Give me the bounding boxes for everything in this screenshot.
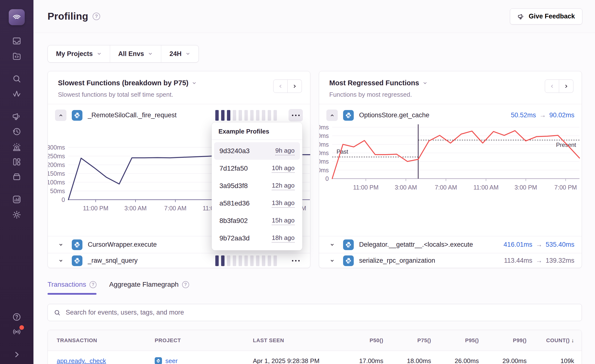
profile-item[interactable]: 3a95d3f8 12h ago: [214, 177, 300, 195]
settings-icon[interactable]: [11, 209, 22, 220]
expand-row-button[interactable]: [55, 239, 66, 250]
before-duration[interactable]: 416.01ms: [504, 241, 532, 248]
expand-row-button[interactable]: [55, 255, 66, 266]
profile-age[interactable]: 12h ago: [272, 182, 295, 190]
more-options-button[interactable]: [289, 254, 303, 267]
projects-filter[interactable]: My Projects: [48, 45, 110, 62]
chevron-down-icon: [185, 51, 190, 56]
help-icon[interactable]: [11, 312, 22, 322]
project-name[interactable]: seer: [165, 357, 178, 364]
stats-icon[interactable]: [11, 194, 22, 205]
col-transaction[interactable]: TRANSACTION: [57, 337, 155, 344]
search-input[interactable]: [65, 309, 576, 317]
function-name[interactable]: _raw_snql_query: [88, 257, 138, 264]
function-name[interactable]: serialize_rpc_organization: [359, 257, 435, 264]
give-feedback-button[interactable]: Give Feedback: [510, 8, 582, 24]
issues-icon[interactable]: [11, 36, 22, 46]
col-p99[interactable]: P99(): [479, 337, 527, 344]
profile-age[interactable]: 15h ago: [272, 217, 295, 225]
python-icon: [343, 255, 354, 266]
svg-text:7:00 AM: 7:00 AM: [164, 205, 186, 212]
profile-item[interactable]: a581ed36 13h ago: [214, 195, 300, 212]
col-p95[interactable]: P95(): [431, 337, 479, 344]
sentry-logo[interactable]: [9, 9, 25, 25]
search-bar: [48, 304, 582, 321]
filter-bar: My Projects All Envs 24H: [48, 45, 199, 63]
feedback-icon[interactable]: [11, 111, 22, 122]
insights-icon[interactable]: [11, 171, 22, 182]
tab-transactions[interactable]: Transactions ?: [48, 281, 96, 295]
project-cell[interactable]: seer: [155, 357, 253, 364]
col-p50[interactable]: P50(): [336, 337, 383, 344]
profile-id[interactable]: 8b3fa902: [219, 217, 248, 225]
date-range-filter[interactable]: 24H: [161, 45, 199, 62]
sidebar: [0, 0, 33, 364]
profile-sparkline[interactable]: [215, 110, 277, 121]
profile-id[interactable]: 3a95d3f8: [219, 182, 248, 190]
col-last-seen[interactable]: LAST SEEN: [253, 337, 336, 344]
p50-cell: 17.00ms: [336, 357, 383, 364]
page-help-icon[interactable]: ?: [93, 13, 100, 20]
transactions-table: TRANSACTION PROJECT LAST SEEN P50() P75(…: [48, 330, 582, 364]
transactions-help-icon[interactable]: ?: [89, 281, 96, 288]
traces-icon[interactable]: [11, 89, 22, 99]
before-duration[interactable]: 113.44ms: [504, 257, 532, 264]
dashboards-icon[interactable]: [11, 157, 22, 167]
prev-page-button[interactable]: [545, 79, 559, 93]
search-icon[interactable]: [11, 73, 22, 84]
after-duration[interactable]: 535.40ms: [546, 241, 574, 248]
next-page-button[interactable]: [559, 79, 573, 93]
prev-page-button[interactable]: [273, 79, 288, 93]
profile-id[interactable]: 9d3240a3: [219, 147, 250, 155]
more-options-button[interactable]: [289, 109, 303, 121]
function-name[interactable]: CursorWrapper.execute: [88, 241, 157, 248]
chevron-down-icon: [192, 81, 197, 86]
function-row: Delegator.__getattr__.<locals>.execute 4…: [319, 236, 582, 253]
most-regressed-title[interactable]: Most Regressed Functions: [329, 79, 572, 87]
profile-id[interactable]: a581ed36: [219, 199, 250, 207]
alerts-icon[interactable]: [11, 142, 22, 152]
function-name[interactable]: Delegator.__getattr__.<locals>.execute: [359, 241, 473, 248]
profile-age[interactable]: 9h ago: [275, 147, 295, 155]
explore-icon[interactable]: [11, 51, 22, 62]
svg-text:7:00 PM: 7:00 PM: [554, 184, 577, 191]
svg-text:11:00 PM: 11:00 PM: [353, 184, 378, 191]
profile-age[interactable]: 13h ago: [272, 199, 295, 208]
transaction-link: app.ready._check: [57, 357, 155, 364]
after-duration[interactable]: 139.32ms: [546, 257, 574, 264]
last-seen-cell: Apr 1, 2025 9:28:38 PM: [253, 357, 336, 364]
tab-bar: Transactions ? Aggregate Flamegraph ?: [48, 281, 582, 295]
next-page-button[interactable]: [288, 79, 302, 93]
collapse-row-button[interactable]: [55, 110, 66, 121]
svg-text:3:00 PM: 3:00 PM: [515, 184, 537, 191]
col-count[interactable]: COUNT() ↓: [527, 337, 574, 344]
expand-row-button[interactable]: [326, 255, 338, 266]
pagination: [545, 79, 573, 93]
profile-item[interactable]: 8b3fa902 15h ago: [214, 212, 300, 229]
svg-text:11:00 PM: 11:00 PM: [83, 205, 108, 212]
profile-age[interactable]: 18h ago: [272, 234, 295, 243]
chevron-down-icon: [148, 51, 153, 56]
python-icon: [72, 255, 82, 266]
environment-filter[interactable]: All Envs: [110, 45, 161, 62]
profile-id[interactable]: 7d12fa50: [219, 165, 248, 172]
svg-text:300ms: 300ms: [48, 144, 65, 151]
col-p75[interactable]: P75(): [383, 337, 431, 344]
flamegraph-help-icon[interactable]: ?: [182, 281, 189, 288]
profile-item[interactable]: 9d3240a3 9h ago: [214, 142, 300, 160]
releases-icon[interactable]: [11, 126, 22, 137]
col-project[interactable]: PROJECT: [155, 337, 253, 344]
tab-aggregate-flamegraph[interactable]: Aggregate Flamegraph ?: [109, 281, 189, 295]
function-name[interactable]: _RemoteSiloCall._fire_request: [88, 111, 177, 119]
svg-text:100ms: 100ms: [48, 179, 65, 186]
collapse-icon[interactable]: [11, 349, 22, 360]
table-row[interactable]: app.ready._check seer Apr 1, 2025 9:28:3…: [48, 351, 582, 364]
profile-id[interactable]: 9b72aa3d: [219, 234, 250, 242]
profile-item[interactable]: 9b72aa3d 18h ago: [214, 229, 300, 247]
svg-text:11:00 AM: 11:00 AM: [474, 184, 499, 191]
profile-age[interactable]: 10h ago: [272, 164, 295, 173]
expand-row-button[interactable]: [326, 239, 338, 250]
slowest-functions-title[interactable]: Slowest Functions (breakdown by P75): [58, 79, 300, 87]
profile-sparkline[interactable]: [215, 255, 277, 266]
profile-item[interactable]: 7d12fa50 10h ago: [214, 160, 300, 177]
